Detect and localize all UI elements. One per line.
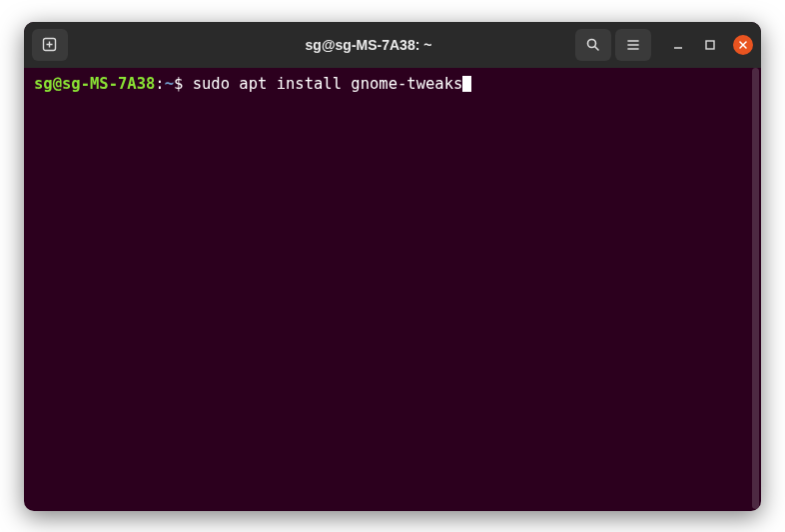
entered-command: sudo apt install gnome-tweaks bbox=[193, 75, 463, 93]
minimize-icon bbox=[672, 39, 684, 51]
prompt-path: ~ bbox=[165, 75, 174, 93]
maximize-icon bbox=[704, 39, 716, 51]
prompt-line: sg@sg-MS-7A38:~$ sudo apt install gnome-… bbox=[34, 74, 751, 94]
new-tab-button[interactable] bbox=[32, 29, 68, 61]
titlebar: sg@sg-MS-7A38: ~ bbox=[24, 22, 761, 68]
minimize-button[interactable] bbox=[669, 36, 687, 54]
search-icon bbox=[585, 37, 601, 53]
svg-line-4 bbox=[595, 46, 599, 50]
search-button[interactable] bbox=[575, 29, 611, 61]
scrollbar[interactable] bbox=[752, 68, 759, 509]
titlebar-left-group bbox=[32, 29, 162, 61]
hamburger-icon bbox=[625, 37, 641, 53]
cursor-icon bbox=[462, 76, 471, 92]
terminal-window: sg@sg-MS-7A38: ~ bbox=[24, 22, 761, 511]
new-tab-icon bbox=[42, 37, 58, 53]
close-button[interactable] bbox=[733, 35, 753, 55]
maximize-button[interactable] bbox=[701, 36, 719, 54]
window-controls bbox=[669, 35, 753, 55]
titlebar-right-group bbox=[575, 29, 753, 61]
prompt-colon: : bbox=[155, 75, 164, 93]
close-icon bbox=[738, 40, 748, 50]
terminal-body[interactable]: sg@sg-MS-7A38:~$ sudo apt install gnome-… bbox=[24, 68, 761, 511]
prompt-user-host: sg@sg-MS-7A38 bbox=[34, 75, 155, 93]
svg-rect-9 bbox=[706, 41, 714, 49]
prompt-symbol: $ bbox=[174, 75, 193, 93]
window-title: sg@sg-MS-7A38: ~ bbox=[162, 37, 575, 53]
menu-button[interactable] bbox=[615, 29, 651, 61]
